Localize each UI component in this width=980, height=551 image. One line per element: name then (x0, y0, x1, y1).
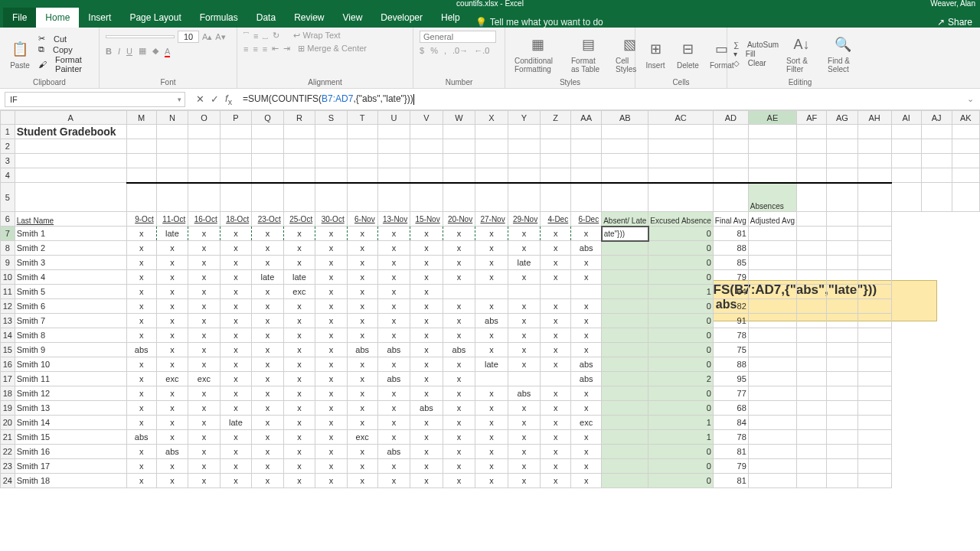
final-avg-cell[interactable]: 82 (713, 299, 748, 314)
attendance-cell[interactable]: x (156, 474, 188, 488)
sort-filter-button[interactable]: A↓Sort & Filter (783, 32, 820, 75)
attendance-cell[interactable]: x (220, 227, 252, 241)
attendance-cell[interactable]: x (508, 270, 541, 285)
attendance-cell[interactable]: x (156, 430, 188, 445)
attendance-cell[interactable]: x (571, 314, 602, 328)
decrease-indent-icon[interactable]: ⇤ (272, 44, 279, 54)
attendance-cell[interactable]: x (283, 416, 315, 430)
attendance-cell[interactable]: x (188, 459, 220, 474)
attendance-cell[interactable]: x (443, 299, 475, 314)
attendance-cell[interactable]: x (126, 372, 156, 386)
attendance-cell[interactable]: abs (126, 430, 156, 445)
increase-decimal-icon[interactable]: .0→ (452, 46, 468, 55)
attendance-cell[interactable]: x (188, 445, 220, 459)
excused-cell[interactable]: 0 (648, 299, 714, 314)
attendance-cell[interactable]: x (156, 241, 188, 256)
attendance-cell[interactable]: x (315, 227, 348, 241)
attendance-cell[interactable]: x (315, 430, 348, 445)
col-header-T[interactable]: T (347, 111, 377, 125)
attendance-cell[interactable]: x (220, 357, 252, 372)
attendance-cell[interactable]: x (220, 285, 252, 299)
attendance-cell[interactable]: x (126, 314, 156, 328)
attendance-cell[interactable]: abs (377, 445, 410, 459)
attendance-cell[interactable]: x (410, 416, 443, 430)
adjusted-avg-cell[interactable] (748, 343, 796, 357)
excused-header[interactable]: Excused Absence (648, 212, 714, 227)
row-header-3[interactable]: 3 (1, 154, 15, 168)
attendance-cell[interactable]: x (541, 343, 571, 357)
col-header-AE[interactable]: AE (748, 111, 796, 125)
attendance-cell[interactable]: x (188, 241, 220, 256)
attendance-cell[interactable]: x (252, 285, 284, 299)
attendance-cell[interactable]: x (410, 343, 443, 357)
attendance-cell[interactable]: x (283, 459, 315, 474)
row-header-12[interactable]: 12 (1, 299, 15, 314)
col-header-X[interactable]: X (475, 111, 508, 125)
final-avg-cell[interactable]: 78 (713, 430, 748, 445)
adjusted-avg-cell[interactable] (748, 445, 796, 459)
adjusted-avg-cell[interactable] (748, 357, 796, 372)
attendance-cell[interactable]: x (156, 314, 188, 328)
attendance-cell[interactable]: x (156, 357, 188, 372)
attendance-cell[interactable]: x (475, 416, 508, 430)
attendance-cell[interactable]: x (508, 430, 541, 445)
attendance-cell[interactable]: x (571, 256, 602, 270)
row-header-24[interactable]: 24 (1, 474, 15, 488)
percent-icon[interactable]: % (430, 46, 438, 55)
attendance-cell[interactable]: x (475, 328, 508, 343)
absent-late-cell[interactable] (602, 430, 648, 445)
attendance-cell[interactable]: x (443, 386, 475, 401)
row-header-18[interactable]: 18 (1, 386, 15, 401)
fill-color-button[interactable]: ◆ (152, 46, 158, 56)
col-header-V[interactable]: V (410, 111, 443, 125)
attendance-cell[interactable]: x (443, 328, 475, 343)
align-middle-icon[interactable]: ≡ (253, 31, 258, 41)
attendance-cell[interactable]: abs (156, 445, 188, 459)
attendance-cell[interactable]: x (541, 241, 571, 256)
align-left-icon[interactable]: ≡ (243, 44, 248, 54)
attendance-cell[interactable]: exc (571, 416, 602, 430)
attendance-cell[interactable]: x (571, 459, 602, 474)
attendance-cell[interactable]: x (571, 299, 602, 314)
col-header-AB[interactable]: AB (602, 111, 648, 125)
attendance-cell[interactable]: x (156, 270, 188, 285)
attendance-cell[interactable]: x (443, 459, 475, 474)
attendance-cell[interactable]: x (252, 241, 284, 256)
date-header[interactable]: 13-Nov (377, 212, 410, 227)
orientation-icon[interactable]: ↻ (273, 31, 279, 41)
student-name[interactable]: Smith 18 (15, 474, 126, 488)
attendance-cell[interactable]: x (283, 227, 315, 241)
attendance-cell[interactable]: x (377, 227, 410, 241)
date-header[interactable]: 4-Dec (541, 212, 571, 227)
date-header[interactable]: 25-Oct (283, 212, 315, 227)
attendance-cell[interactable]: x (252, 459, 284, 474)
attendance-cell[interactable]: x (541, 328, 571, 343)
attendance-cell[interactable]: abs (377, 343, 410, 357)
attendance-cell[interactable]: late (252, 270, 284, 285)
absent-late-cell[interactable] (602, 357, 648, 372)
attendance-cell[interactable]: x (156, 285, 188, 299)
comma-icon[interactable]: , (444, 46, 446, 55)
attendance-cell[interactable]: x (315, 343, 348, 357)
tab-formulas[interactable]: Formulas (191, 8, 247, 28)
attendance-cell[interactable]: x (541, 386, 571, 401)
date-header[interactable]: 18-Oct (220, 212, 252, 227)
attendance-cell[interactable]: x (283, 386, 315, 401)
adjusted-avg-cell[interactable] (748, 227, 796, 241)
attendance-cell[interactable]: abs (377, 372, 410, 386)
cut-button[interactable]: ✂ Cut (38, 34, 93, 44)
attendance-cell[interactable]: x (508, 328, 541, 343)
font-size-select[interactable]: 10 (178, 31, 199, 43)
attendance-cell[interactable]: x (315, 372, 348, 386)
col-header-AG[interactable]: AG (827, 111, 858, 125)
date-header[interactable]: 6-Nov (347, 212, 377, 227)
attendance-cell[interactable]: x (475, 241, 508, 256)
attendance-cell[interactable]: x (508, 357, 541, 372)
date-header[interactable]: 16-Oct (188, 212, 220, 227)
attendance-cell[interactable]: x (377, 416, 410, 430)
attendance-cell[interactable]: x (508, 474, 541, 488)
date-header[interactable]: 6-Dec (571, 212, 602, 227)
attendance-cell[interactable]: x (252, 357, 284, 372)
bold-button[interactable]: B (106, 47, 112, 56)
active-cell[interactable]: ate"})) (602, 227, 648, 241)
